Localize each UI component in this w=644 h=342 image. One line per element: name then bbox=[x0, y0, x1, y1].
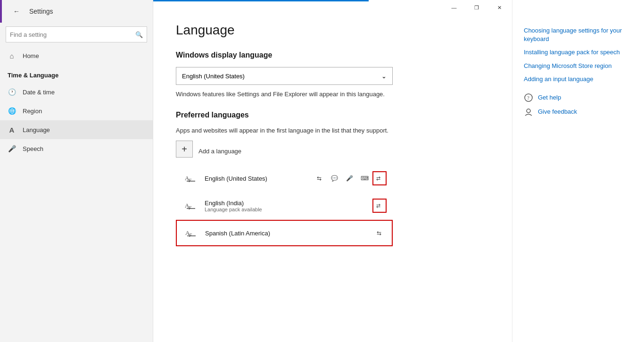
lang-icons-english-india: ⇄ bbox=[372, 199, 387, 213]
svg-text:⇄: ⇄ bbox=[376, 175, 380, 181]
progress-bar-fill bbox=[153, 0, 369, 1]
keyboard-icon: ⌨ bbox=[357, 171, 372, 185]
sidebar-item-region-label: Region bbox=[23, 108, 42, 115]
lang-item-english-india[interactable]: A F English (India) Language pack availa… bbox=[176, 192, 393, 219]
restore-button[interactable]: ❐ bbox=[466, 0, 487, 15]
link-installing-lang[interactable]: Installing language pack for speech bbox=[524, 48, 633, 57]
svg-text:F: F bbox=[189, 233, 192, 238]
lang-info-spanish: Spanish (Latin America) bbox=[205, 230, 366, 237]
app-title: Settings bbox=[29, 8, 53, 15]
main-content: — ❐ ✕ Language Windows display language … bbox=[153, 0, 512, 342]
keyboard-arrow-icon: ⇆ bbox=[312, 171, 326, 185]
home-icon: ⌂ bbox=[8, 52, 16, 60]
svg-text:F: F bbox=[188, 205, 192, 210]
get-help-icon: ? bbox=[524, 93, 533, 102]
keyboard-arrow-icon-es: ⇆ bbox=[372, 226, 386, 240]
link-changing-store[interactable]: Changing Microsoft Store region bbox=[524, 62, 633, 70]
lang-item-english-us[interactable]: A F English (United States) ⇆ 💬 🎤 ⌨ bbox=[176, 165, 393, 192]
lang-icon-spanish: A F bbox=[182, 225, 199, 242]
sidebar: ← Settings 🔍 ⌂ Home Time & Language 🕐 Da… bbox=[0, 0, 153, 342]
search-icon: 🔍 bbox=[135, 31, 143, 38]
sidebar-item-region[interactable]: 🌐 Region bbox=[0, 101, 153, 120]
windows-display-lang-heading: Windows display language bbox=[176, 51, 489, 59]
lang-options-icon-en-us[interactable]: ⇄ bbox=[372, 171, 387, 185]
mic-icon: 🎤 bbox=[342, 171, 356, 185]
svg-text:F: F bbox=[188, 178, 192, 183]
add-language-label: Add a language bbox=[198, 148, 241, 155]
svg-text:?: ? bbox=[527, 95, 529, 100]
lang-item-spanish[interactable]: A F Spanish (Latin America) ⇆ bbox=[176, 220, 393, 246]
lang-info-english-india: English (India) Language pack available bbox=[205, 200, 367, 212]
link-adding-input[interactable]: Adding an input language bbox=[524, 75, 633, 83]
globe-icon: 🌐 bbox=[8, 107, 16, 115]
accent-bar bbox=[0, 0, 2, 23]
page-title: Language bbox=[176, 23, 489, 38]
preferred-languages-heading: Preferred languages bbox=[176, 111, 489, 119]
sidebar-item-speech-label: Speech bbox=[23, 145, 43, 152]
close-button[interactable]: ✕ bbox=[488, 0, 510, 15]
link-choosing-lang[interactable]: Choosing language settings for your keyb… bbox=[524, 26, 633, 43]
lang-name-spanish: Spanish (Latin America) bbox=[205, 230, 366, 237]
give-feedback-icon bbox=[524, 107, 533, 117]
speech-bubble-icon: 💬 bbox=[327, 171, 341, 185]
search-input[interactable] bbox=[10, 31, 135, 38]
sidebar-item-date-time[interactable]: 🕐 Date & time bbox=[0, 83, 153, 101]
lang-info-english-us: English (United States) bbox=[205, 175, 306, 182]
sidebar-item-date-time-label: Date & time bbox=[23, 89, 55, 96]
title-bar: — ❐ ✕ bbox=[441, 0, 512, 15]
lang-name-english-us: English (United States) bbox=[205, 175, 306, 182]
right-panel: Choosing language settings for your keyb… bbox=[512, 0, 644, 342]
display-lang-dropdown[interactable]: English (United States) ⌄ bbox=[176, 67, 393, 85]
preferred-languages-section: Preferred languages Apps and websites wi… bbox=[176, 111, 489, 246]
lang-name-english-india: English (India) bbox=[205, 200, 367, 207]
lang-icons-spanish: ⇆ bbox=[372, 226, 386, 240]
sidebar-item-home-label: Home bbox=[23, 52, 39, 59]
lang-icons-english-us: ⇆ 💬 🎤 ⌨ ⇄ bbox=[312, 171, 387, 185]
language-icon: A bbox=[8, 126, 16, 134]
display-lang-note: Windows features like Settings and File … bbox=[176, 91, 393, 98]
get-help-item[interactable]: ? Get help bbox=[524, 93, 633, 102]
display-lang-value: English (United States) bbox=[182, 73, 245, 80]
give-feedback-item[interactable]: Give feedback bbox=[524, 107, 633, 117]
back-button[interactable]: ← bbox=[9, 4, 24, 18]
minimize-button[interactable]: — bbox=[443, 0, 465, 15]
sidebar-item-speech[interactable]: 🎤 Speech bbox=[0, 139, 153, 158]
lang-icon-english-india: A F bbox=[182, 197, 199, 214]
lang-options-icon-en-india[interactable]: ⇄ bbox=[372, 199, 387, 213]
dropdown-chevron-icon: ⌄ bbox=[381, 73, 387, 80]
get-help-link[interactable]: Get help bbox=[538, 94, 561, 101]
windows-display-lang-section: Windows display language English (United… bbox=[176, 51, 489, 98]
svg-text:⇄: ⇄ bbox=[376, 203, 380, 209]
give-feedback-link[interactable]: Give feedback bbox=[538, 108, 577, 115]
microphone-icon: 🎤 bbox=[8, 145, 16, 152]
clock-icon: 🕐 bbox=[8, 88, 16, 96]
add-language-button[interactable]: + bbox=[176, 141, 193, 158]
sidebar-item-language-label: Language bbox=[23, 126, 50, 133]
add-language-row[interactable]: + Add a language bbox=[176, 141, 489, 161]
sidebar-item-language[interactable]: A Language bbox=[0, 120, 153, 139]
sidebar-item-home[interactable]: ⌂ Home bbox=[0, 46, 153, 65]
preferred-languages-note: Apps and websites will appear in the fir… bbox=[176, 127, 393, 134]
svg-point-13 bbox=[527, 109, 530, 113]
sidebar-section-label: Time & Language bbox=[0, 65, 153, 83]
lang-sub-english-india: Language pack available bbox=[205, 207, 367, 212]
search-box[interactable]: 🔍 bbox=[6, 26, 147, 42]
lang-icon-english-us: A F bbox=[182, 170, 199, 187]
